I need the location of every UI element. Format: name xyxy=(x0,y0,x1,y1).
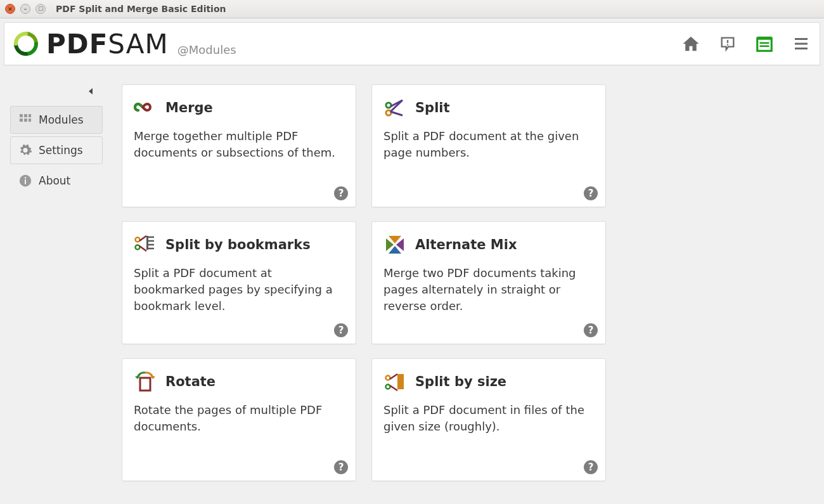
svg-point-18 xyxy=(136,245,140,250)
svg-rect-23 xyxy=(397,374,404,389)
svg-rect-8 xyxy=(29,114,31,117)
svg-point-17 xyxy=(136,238,140,242)
merge-icon xyxy=(134,96,157,119)
svg-point-21 xyxy=(386,376,390,380)
notifications-icon[interactable] xyxy=(718,34,737,53)
sidebar-item-label: Settings xyxy=(39,144,83,157)
breadcrumb: @Modules xyxy=(177,43,236,56)
module-card-split[interactable]: Split Split a PDF document at the given … xyxy=(371,84,606,207)
split-bookmarks-icon xyxy=(134,233,157,256)
svg-rect-7 xyxy=(24,114,27,117)
module-description: Merge two PDF documents taking pages alt… xyxy=(383,265,594,314)
module-title: Split by bookmarks xyxy=(165,237,311,252)
module-title: Merge xyxy=(165,100,213,115)
window-close-button[interactable]: × xyxy=(5,4,15,14)
help-icon[interactable]: ? xyxy=(584,186,598,200)
module-title: Split xyxy=(415,100,450,115)
app-header: PDFSAM @Modules xyxy=(4,22,820,65)
module-card-split-size[interactable]: Split by size Split a PDF document in fi… xyxy=(371,358,606,481)
module-card-split-bookmarks[interactable]: Split by bookmarks Split a PDF document … xyxy=(122,221,356,344)
svg-point-16 xyxy=(386,103,391,108)
rotate-icon xyxy=(134,370,157,393)
logo-text: PDFSAM xyxy=(46,29,169,60)
help-icon[interactable]: ? xyxy=(334,186,348,200)
modules-grid: Merge Merge together multiple PDF docume… xyxy=(106,69,612,504)
window-minimize-button[interactable]: – xyxy=(20,4,30,14)
news-icon[interactable] xyxy=(755,34,774,53)
svg-rect-3 xyxy=(757,37,772,40)
split-size-icon xyxy=(383,370,406,393)
help-icon[interactable]: ? xyxy=(334,460,348,474)
sidebar-item-settings[interactable]: Settings xyxy=(10,136,103,164)
window-title: PDF Split and Merge Basic Edition xyxy=(56,4,226,14)
sidebar: Modules Settings About xyxy=(4,69,106,504)
sidebar-item-about[interactable]: About xyxy=(10,167,103,195)
menu-icon[interactable] xyxy=(792,34,811,53)
module-card-merge[interactable]: Merge Merge together multiple PDF docume… xyxy=(122,84,356,207)
window-maximize-button[interactable]: ☐ xyxy=(35,4,46,14)
sidebar-item-label: About xyxy=(39,174,70,187)
module-description: Merge together multiple PDF documents or… xyxy=(134,128,344,161)
svg-rect-6 xyxy=(20,114,23,117)
svg-rect-13 xyxy=(25,179,26,184)
module-description: Rotate the pages of multiple PDF documen… xyxy=(134,402,344,435)
svg-rect-20 xyxy=(140,378,150,391)
svg-point-22 xyxy=(386,385,390,389)
svg-rect-11 xyxy=(29,119,31,122)
svg-point-14 xyxy=(25,177,26,178)
sidebar-item-label: Modules xyxy=(39,113,84,126)
module-title: Alternate Mix xyxy=(415,237,517,252)
app-logo: PDFSAM @Modules xyxy=(13,29,236,60)
svg-rect-10 xyxy=(24,119,27,122)
info-icon xyxy=(18,174,32,188)
split-scissors-icon xyxy=(383,96,406,119)
svg-point-1 xyxy=(727,44,728,46)
alternate-mix-icon xyxy=(383,233,406,256)
module-card-rotate[interactable]: Rotate Rotate the pages of multiple PDF … xyxy=(122,358,356,481)
module-title: Split by size xyxy=(415,374,506,389)
help-icon[interactable]: ? xyxy=(334,323,348,337)
logo-icon xyxy=(13,31,39,56)
module-title: Rotate xyxy=(165,374,216,389)
modules-icon xyxy=(18,113,32,127)
module-description: Split a PDF document in files of the giv… xyxy=(383,402,594,435)
svg-rect-19 xyxy=(146,236,148,250)
sidebar-collapse-button[interactable] xyxy=(4,87,106,103)
home-icon[interactable] xyxy=(681,34,700,53)
gear-icon xyxy=(18,143,32,157)
module-description: Split a PDF document at the given page n… xyxy=(383,128,594,161)
sidebar-item-modules[interactable]: Modules xyxy=(10,106,103,134)
svg-rect-9 xyxy=(20,119,23,122)
svg-rect-2 xyxy=(757,38,772,51)
help-icon[interactable]: ? xyxy=(584,323,598,337)
module-description: Split a PDF document at bookmarked pages… xyxy=(134,265,344,314)
help-icon[interactable]: ? xyxy=(584,460,598,474)
window-titlebar: × – ☐ PDF Split and Merge Basic Edition xyxy=(0,0,824,18)
module-card-alternate-mix[interactable]: Alternate Mix Merge two PDF documents ta… xyxy=(371,221,606,344)
